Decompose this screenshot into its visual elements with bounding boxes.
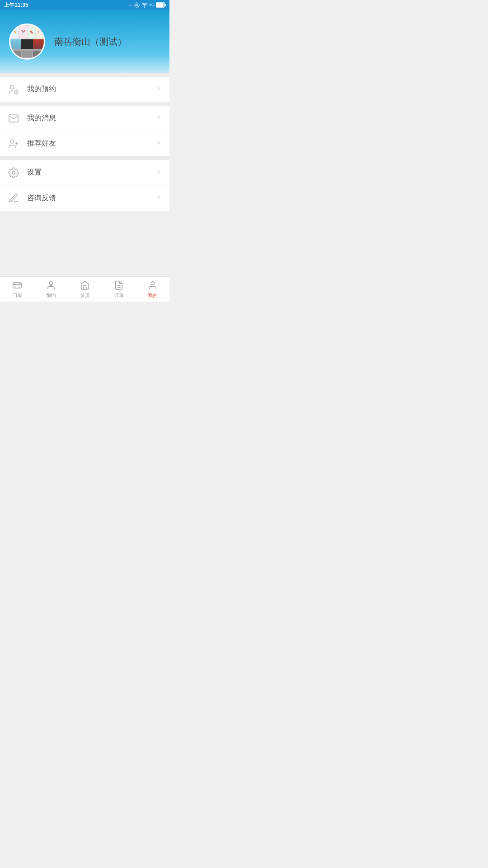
menu-label-my-appointment: 我的预约 [27, 85, 155, 94]
tab-bar: 门票 预约 首页 [0, 276, 169, 302]
svg-rect-12 [13, 282, 21, 288]
tab-label-orders: 订单 [114, 292, 124, 299]
status-bar: 上午11:35 ··· 3G [0, 0, 169, 10]
chevron-icon-recommend [155, 139, 162, 148]
svg-point-2 [144, 7, 145, 7]
chevron-icon-settings [155, 168, 162, 177]
wifi-icon [141, 2, 148, 8]
tab-item-orders[interactable]: 订单 [102, 277, 136, 302]
menu-item-my-appointment[interactable]: 我的预约 [0, 77, 169, 102]
menu-label-feedback: 咨询反馈 [27, 193, 155, 203]
status-time: 上午11:35 [4, 1, 28, 9]
svg-point-18 [49, 281, 52, 284]
menu-item-recommend-friend[interactable]: 推荐好友 [0, 131, 169, 156]
menu-label-settings: 设置 [27, 168, 155, 177]
signal-text: 3G [149, 3, 155, 7]
svg-point-6 [10, 85, 14, 89]
svg-point-8 [10, 140, 14, 143]
section-sep-1 [0, 102, 169, 106]
avatar-photo: ✏️ ✂️ 🔖 ↩ [10, 25, 44, 58]
profile-header: ✏️ ✂️ 🔖 ↩ [0, 10, 169, 73]
tab-item-home[interactable]: 首页 [68, 277, 102, 302]
menu-item-feedback[interactable]: 咨询反馈 [0, 185, 169, 211]
edit-icon [7, 192, 20, 204]
svg-point-0 [136, 4, 138, 6]
avatar[interactable]: ✏️ ✂️ 🔖 ↩ [9, 24, 45, 60]
dots-icon: ··· [129, 3, 132, 8]
tab-label-appointment: 预约 [46, 292, 56, 299]
chevron-icon-message [155, 114, 162, 123]
home-icon [80, 280, 90, 291]
battery-icon [156, 2, 166, 8]
svg-point-11 [12, 171, 15, 174]
tickets-icon [12, 280, 23, 291]
orders-icon [113, 280, 124, 291]
person-clock-icon [7, 83, 20, 96]
tab-item-tickets[interactable]: 门票 [0, 277, 34, 302]
svg-point-1 [135, 3, 140, 8]
tab-item-mine[interactable]: 我的 [136, 277, 169, 302]
menu-list: 我的预约 我的消息 [0, 77, 169, 211]
tab-label-mine: 我的 [148, 292, 158, 299]
status-icons: ··· 3G [129, 2, 166, 8]
tab-label-tickets: 门票 [12, 292, 22, 299]
section-separator-top [0, 73, 169, 77]
svg-rect-4 [156, 3, 164, 7]
tab-label-home: 首页 [80, 292, 90, 299]
menu-label-my-message: 我的消息 [27, 113, 155, 123]
section-sep-2 [0, 156, 169, 160]
menu-label-recommend-friend: 推荐好友 [27, 139, 155, 148]
mine-icon [147, 280, 158, 291]
chevron-icon-appointment [155, 85, 162, 94]
menu-item-settings[interactable]: 设置 [0, 160, 169, 185]
appointment-icon [46, 280, 56, 291]
main-content: ✏️ ✂️ 🔖 ↩ [0, 10, 169, 276]
username: 南岳衡山（测试） [54, 36, 127, 48]
person-add-icon [7, 137, 20, 150]
gear-icon [7, 166, 20, 179]
menu-item-my-message[interactable]: 我的消息 [0, 106, 169, 131]
envelope-icon [7, 112, 20, 125]
location-icon [134, 2, 140, 8]
svg-rect-5 [164, 4, 166, 6]
gray-area [0, 211, 169, 276]
svg-point-23 [151, 281, 154, 284]
chevron-icon-feedback [155, 194, 162, 203]
tab-item-appointment[interactable]: 预约 [34, 277, 68, 302]
